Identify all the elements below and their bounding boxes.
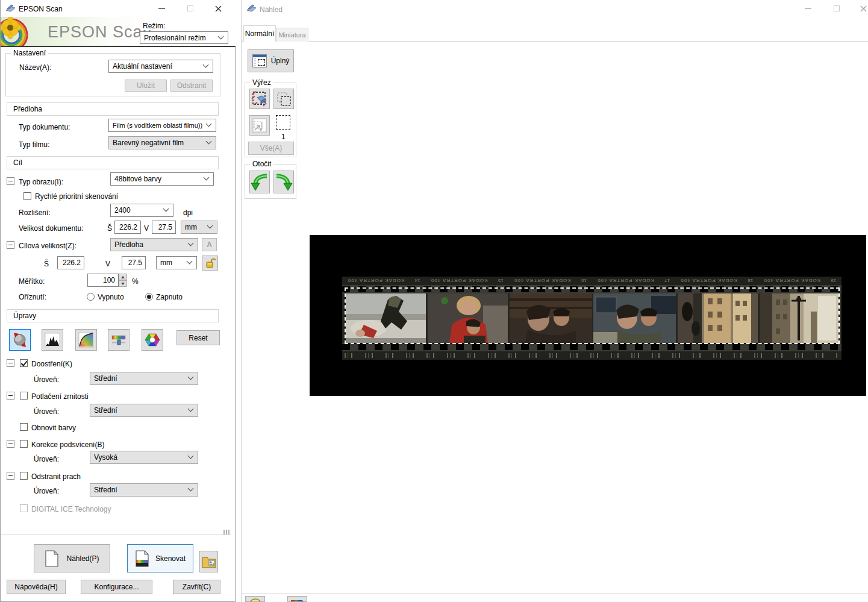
scan-maximize-button[interactable]: [180, 1, 201, 16]
auto-exposure-button[interactable]: [9, 329, 31, 351]
tone-curve-button[interactable]: [75, 329, 97, 351]
dust-level-select[interactable]: Střední: [90, 483, 198, 497]
scale-spinner[interactable]: [119, 274, 127, 287]
grain-collapse[interactable]: [7, 392, 14, 400]
target-width-label: Š: [44, 260, 49, 268]
backlight-level-select[interactable]: Vysoká: [90, 451, 198, 464]
file-save-settings-button[interactable]: [199, 551, 218, 572]
mode-select[interactable]: Profesionální režim: [140, 31, 228, 44]
fast-scan-checkbox[interactable]: [23, 192, 31, 200]
marquee-indicator: [276, 115, 290, 130]
target-width-field[interactable]: 226.2: [57, 256, 84, 269]
scan-page-icon: [135, 550, 149, 567]
duplicate-marquee-button[interactable]: [273, 89, 294, 109]
resolution-select[interactable]: 2400: [110, 204, 173, 217]
film-edge-top: 19KODAK PORTRA 400 18KODAK PORTRA 400 17…: [342, 277, 841, 285]
scan-minimize-button[interactable]: [151, 1, 172, 16]
select-all-button[interactable]: Vše(A): [248, 142, 294, 155]
doc-width-field[interactable]: 226.2: [114, 221, 141, 234]
auto-size-button[interactable]: A: [202, 238, 217, 251]
dust-checkbox[interactable]: [20, 472, 28, 480]
doc-height-field[interactable]: 27.5: [152, 221, 176, 234]
preview-maximize-button[interactable]: [826, 1, 847, 16]
trim-off-label: Vypnuto: [98, 293, 124, 301]
save-button[interactable]: Uložit: [125, 80, 167, 92]
film-type-select[interactable]: Barevný negativní film: [108, 136, 216, 149]
settings-group: Nastavení Název(A): Aktuální nastavení U…: [5, 53, 220, 96]
zoom-marquee-button[interactable]: [249, 115, 270, 136]
scan-titlebar[interactable]: EPSON Scan: [1, 0, 236, 17]
tab-miniatura[interactable]: Miniatura: [276, 28, 308, 42]
target-height-field[interactable]: 27.5: [122, 256, 146, 269]
scale-field[interactable]: 100: [87, 274, 119, 287]
close-app-button[interactable]: Zavřít(C): [173, 580, 220, 594]
help-button[interactable]: Nápověda(H): [7, 580, 66, 594]
resize-grip[interactable]: [223, 530, 231, 535]
scan-close-button[interactable]: [208, 1, 228, 16]
delete-button[interactable]: Odstranit: [170, 80, 213, 92]
preview-button[interactable]: Náhled(P): [34, 544, 110, 572]
reset-button[interactable]: Reset: [176, 330, 220, 345]
adjust-section-header: Úpravy: [7, 309, 219, 322]
trim-on-radio[interactable]: [145, 293, 153, 301]
dust-label: Odstranit prach: [31, 472, 81, 481]
lock-button[interactable]: [202, 256, 218, 271]
full-preview-icon: [252, 54, 267, 67]
backlight-checkbox[interactable]: [20, 440, 28, 448]
target-size-label: Cílová velikost(Z):: [19, 242, 76, 250]
tab-miniatura-label: Miniatura: [278, 31, 305, 39]
restore-color-checkbox[interactable]: [20, 423, 28, 431]
target-unit-select[interactable]: mm: [156, 256, 197, 269]
color-palette-button[interactable]: [142, 329, 163, 351]
preview-window-title: Náhled: [260, 5, 283, 14]
doc-size-label: Velikost dokumentu:: [19, 224, 83, 233]
rotate-group: Otočit: [245, 164, 296, 199]
target-size-select[interactable]: Předloha: [110, 238, 198, 251]
rotate-left-button[interactable]: [249, 171, 270, 193]
rotate-right-button[interactable]: [273, 171, 294, 193]
digital-ice-checkbox[interactable]: [20, 504, 28, 512]
selection-marquee[interactable]: [345, 287, 840, 344]
doc-size-unit-select[interactable]: mm: [181, 221, 217, 234]
histogram-button[interactable]: [42, 329, 63, 351]
brand-title: EPSON Scan: [48, 23, 152, 42]
full-preview-button[interactable]: Úplný: [248, 49, 294, 72]
trim-label: Oříznutí:: [19, 293, 46, 301]
zoom-tool-button[interactable]: [245, 596, 265, 602]
image-type-collapse[interactable]: [7, 177, 14, 185]
marquee-count: 1: [281, 133, 286, 141]
trim-off-radio[interactable]: [87, 293, 95, 301]
settings-name-select[interactable]: Aktuální nastavení: [108, 60, 213, 73]
spin-up-icon: [119, 274, 127, 280]
backlight-collapse[interactable]: [7, 440, 14, 448]
densitometer-button[interactable]: [287, 596, 307, 602]
trim-on-label: Zapnuto: [156, 293, 183, 301]
dust-collapse[interactable]: [7, 472, 14, 480]
sharpen-checkbox[interactable]: [20, 359, 28, 367]
image-type-select[interactable]: 48bitové barvy: [110, 172, 214, 186]
preview-minimize-button[interactable]: [798, 1, 818, 16]
image-adjustment-button[interactable]: [108, 329, 130, 351]
doc-type-select[interactable]: Film (s vodítkem oblasti filmu)): [108, 119, 216, 132]
tab-normal[interactable]: Normální: [243, 25, 276, 42]
delete-marquee-button[interactable]: [249, 89, 270, 109]
scan-window: EPSON Scan EPSON Scan: [0, 0, 236, 602]
backlight-level-label: Úroveň:: [34, 455, 59, 463]
sharpen-collapse[interactable]: [7, 359, 14, 367]
grain-label: Potlačení zrnitosti: [31, 392, 89, 401]
digital-ice-label: DIGITAL ICE Technology: [31, 505, 111, 513]
preview-titlebar[interactable]: Náhled: [242, 0, 868, 18]
sharpen-level-label: Úroveň:: [34, 375, 59, 384]
backlight-label: Korekce podsvícení(B): [31, 441, 104, 449]
target-size-collapse[interactable]: [7, 241, 14, 249]
preview-close-button[interactable]: [853, 1, 868, 16]
scan-preview-area[interactable]: 19KODAK PORTRA 400 18KODAK PORTRA 400 17…: [310, 235, 866, 396]
grain-level-select[interactable]: Střední: [90, 404, 198, 417]
film-edge-bottom: [342, 351, 841, 360]
config-button[interactable]: Konfigurace...: [81, 580, 152, 594]
resolution-label: Rozlišení:: [19, 209, 51, 217]
sharpen-level-select[interactable]: Střední: [90, 372, 198, 385]
scan-button[interactable]: Skenovat: [127, 544, 193, 572]
grain-checkbox[interactable]: [20, 392, 28, 400]
name-label: Název(A):: [19, 63, 51, 72]
